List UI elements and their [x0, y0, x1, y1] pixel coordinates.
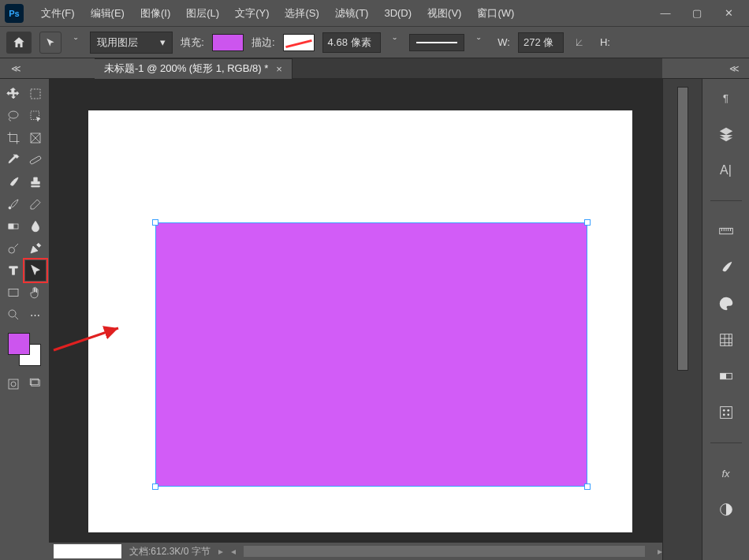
target-layer-dropdown[interactable]: 现用图层 ▾	[90, 32, 173, 54]
scrollbar-thumb[interactable]	[678, 88, 688, 370]
frame-tool[interactable]	[25, 128, 46, 148]
stroke-color-swatch[interactable]	[283, 34, 315, 51]
home-button[interactable]	[6, 32, 32, 54]
menu-image[interactable]: 图像(I)	[132, 2, 178, 25]
vertical-scrollbar[interactable]	[677, 87, 688, 371]
gradient-tool[interactable]	[3, 216, 24, 237]
frame-icon	[28, 131, 43, 145]
menu-edit[interactable]: 编辑(E)	[83, 2, 132, 25]
menu-layer[interactable]: 图层(L)	[178, 2, 227, 25]
dodge-tool[interactable]	[3, 238, 24, 259]
screen-mode-button[interactable]	[25, 374, 46, 394]
chevron-down-icon[interactable]: ˇ	[393, 36, 397, 48]
menu-3d[interactable]: 3D(D)	[376, 2, 419, 24]
marquee-tool[interactable]	[25, 84, 46, 104]
menu-type[interactable]: 文字(Y)	[227, 2, 277, 25]
stamp-tool[interactable]	[25, 172, 46, 192]
chevron-left-icon: ≪	[729, 63, 738, 74]
line-icon	[416, 42, 457, 43]
resize-handle-tl[interactable]	[152, 219, 158, 226]
menu-window[interactable]: 窗口(W)	[469, 2, 522, 25]
panel-toggle-left[interactable]: ≪	[0, 58, 95, 79]
hand-icon	[28, 286, 43, 300]
crop-tool[interactable]	[3, 128, 24, 148]
character-panel-button[interactable]: A|	[713, 159, 740, 181]
chevron-down-icon[interactable]: ˇ	[477, 36, 480, 48]
paragraph-panel-button[interactable]: ¶	[713, 87, 740, 109]
edit-toolbar-button[interactable]: ⋯	[25, 304, 46, 325]
brush-tool[interactable]	[3, 172, 24, 192]
layers-panel-button[interactable]	[713, 123, 740, 145]
zoom-tool[interactable]	[3, 304, 24, 325]
svg-point-8	[9, 248, 15, 254]
blur-tool[interactable]	[25, 216, 46, 237]
stroke-style-dropdown[interactable]	[409, 34, 464, 51]
patterns-panel-button[interactable]	[713, 401, 740, 424]
healing-tool[interactable]	[25, 150, 46, 170]
canvas[interactable]	[88, 110, 632, 532]
path-selection-tool[interactable]	[25, 260, 46, 281]
brushes-panel-button[interactable]	[713, 256, 740, 278]
scrollbar-thumb[interactable]	[244, 546, 645, 557]
chevron-down-icon[interactable]: ˇ	[74, 36, 77, 48]
eraser-tool[interactable]	[25, 194, 46, 215]
svg-point-5	[9, 207, 11, 209]
panel-toggle-right[interactable]: ≪	[662, 58, 749, 79]
history-brush-tool[interactable]	[3, 194, 24, 215]
horizontal-scrollbar[interactable]	[244, 546, 645, 557]
fill-color-swatch[interactable]	[212, 34, 244, 51]
pen-tool[interactable]	[25, 238, 46, 259]
document-tab[interactable]: 未标题-1 @ 200% (矩形 1, RGB/8) * ×	[95, 58, 293, 79]
resize-handle-br[interactable]	[584, 483, 591, 490]
rectangle-icon	[6, 286, 20, 300]
menu-view[interactable]: 视图(V)	[419, 2, 469, 25]
lasso-icon	[6, 109, 20, 123]
gradient-icon	[6, 219, 20, 233]
window-close-button[interactable]: ✕	[713, 2, 744, 24]
quick-select-tool[interactable]	[25, 106, 46, 126]
gradients-panel-button[interactable]	[713, 365, 740, 387]
width-input[interactable]: 272 像	[518, 32, 564, 53]
type-tool[interactable]	[3, 260, 24, 281]
swatches-panel-button[interactable]	[713, 329, 740, 351]
stroke-width-input[interactable]: 4.68 像素	[322, 32, 381, 53]
svg-rect-7	[9, 224, 13, 229]
resize-handle-tr[interactable]	[584, 219, 591, 226]
menu-file[interactable]: 文件(F)	[33, 2, 83, 25]
svg-rect-4	[29, 155, 41, 164]
menu-select[interactable]: 选择(S)	[277, 2, 326, 25]
document-tab-strip: 未标题-1 @ 200% (矩形 1, RGB/8) * ×	[95, 58, 662, 79]
fx-icon: fx	[721, 468, 729, 480]
glyphs-panel-button[interactable]	[713, 220, 740, 242]
move-tool[interactable]	[3, 84, 24, 104]
link-wh-icon[interactable]: ⟀	[576, 36, 583, 48]
menu-filter[interactable]: 滤镜(T)	[327, 2, 377, 25]
foreground-color-swatch[interactable]	[8, 333, 30, 355]
zoom-input[interactable]	[54, 544, 121, 558]
color-swatches[interactable]	[8, 333, 41, 366]
quick-mask-button[interactable]	[3, 374, 24, 394]
window-minimize-button[interactable]: —	[650, 2, 681, 24]
resize-handle-bl[interactable]	[152, 483, 158, 490]
pen-icon	[28, 241, 43, 256]
rectangle-tool[interactable]	[3, 282, 24, 303]
stamp-icon	[28, 175, 43, 189]
canvas-area[interactable]: 文档:612.3K/0 字节 ▸ ◂ ▸	[49, 79, 662, 560]
svg-point-22	[727, 409, 729, 412]
color-panel-button[interactable]	[713, 293, 740, 315]
chevron-left-icon[interactable]: ◂	[231, 546, 236, 557]
height-label: H:	[600, 36, 610, 48]
styles-panel-button[interactable]: fx	[713, 462, 740, 484]
adjustments-panel-button[interactable]	[713, 498, 740, 521]
marquee-icon	[28, 87, 43, 101]
vertical-scrollbar-gutter	[662, 79, 702, 560]
close-icon[interactable]: ×	[276, 63, 282, 75]
window-maximize-button[interactable]: ▢	[681, 2, 713, 24]
tool-preset-button[interactable]	[39, 32, 61, 54]
eyedropper-tool[interactable]	[3, 150, 24, 170]
selected-rectangle-shape[interactable]	[155, 222, 587, 487]
lasso-tool[interactable]	[3, 106, 24, 126]
hand-tool[interactable]	[25, 282, 46, 303]
chevron-right-icon[interactable]: ▸	[218, 546, 223, 557]
chevron-right-icon[interactable]: ▸	[658, 546, 662, 557]
